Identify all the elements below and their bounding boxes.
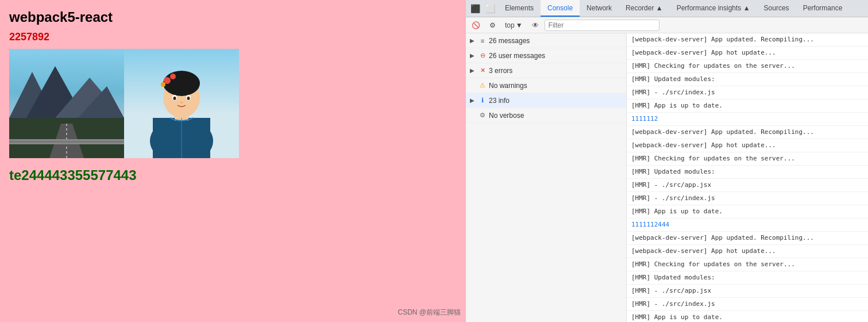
msg-label: No warnings [489, 82, 527, 90]
devtools-panel: ⬛ ⬜ Elements Console Network Recorder ▲ … [465, 0, 868, 322]
log-line: [webpack-dev-server] App hot update... [627, 47, 868, 60]
expand-arrow: ▶ [468, 37, 476, 45]
info-icon: ℹ [479, 97, 487, 105]
msg-item-errors[interactable]: ▶ ✕ 3 errors [466, 63, 626, 78]
log-line: [webpack-dev-server] App updated. Recomp… [627, 232, 868, 245]
dropdown-arrow: ▼ [516, 21, 523, 29]
log-line-link[interactable]: 1111112444 [627, 218, 868, 232]
clear-button[interactable]: 🚫 [468, 19, 484, 32]
error-icon: ✕ [479, 67, 487, 75]
watermark: CSDN @前端三脚猫 [398, 308, 461, 317]
msg-label: 26 user messages [489, 52, 545, 60]
msg-item-user-messages[interactable]: ▶ ⊖ 26 user messages [466, 48, 626, 63]
devtools-toolbar2: 🚫 ⚙ top ▼ 👁 [466, 17, 868, 33]
verbose-icon: ⚙ [479, 112, 487, 120]
msg-label: 23 info [489, 97, 510, 105]
tab-recorder[interactable]: Recorder ▲ [619, 0, 670, 17]
log-panel: [webpack-dev-server] App updated. Recomp… [627, 33, 868, 322]
log-line: [HMR] Updated modules: [627, 166, 868, 179]
warning-icon: ⚠ [479, 82, 487, 90]
log-line: [HMR] - ./src/app.jsx [627, 285, 868, 298]
svg-point-16 [161, 82, 165, 87]
number-green: te244443355577443 [9, 167, 456, 183]
log-line: [webpack-dev-server] App hot update... [627, 245, 868, 258]
log-line: [HMR] App is up to date. [627, 205, 868, 218]
mountain-image [9, 49, 124, 158]
svg-point-21 [180, 102, 183, 103]
message-sidebar: ▶ ≡ 26 messages ▶ ⊖ 26 user messages ▶ ✕… [466, 33, 627, 322]
tab-sources[interactable]: Sources [757, 0, 796, 17]
expand-arrow: ▶ [468, 97, 476, 105]
inspect-icon[interactable]: ⬜ [483, 2, 497, 16]
person-image [124, 49, 239, 158]
list-icon: ≡ [479, 37, 487, 45]
tab-network[interactable]: Network [580, 0, 619, 17]
devtools-main: ▶ ≡ 26 messages ▶ ⊖ 26 user messages ▶ ✕… [466, 33, 868, 322]
settings-button[interactable]: ⚙ [486, 19, 499, 32]
tab-performance-insights[interactable]: Performance insights ▲ [670, 0, 757, 17]
filter-input[interactable] [545, 20, 659, 31]
svg-point-15 [170, 74, 176, 79]
svg-point-19 [173, 97, 176, 100]
msg-label: 3 errors [489, 67, 512, 75]
eye-button[interactable]: 👁 [528, 19, 542, 32]
log-line: [webpack-dev-server] App hot update... [627, 139, 868, 152]
number-red: 2257892 [9, 31, 456, 43]
expand-arrow: ▶ [468, 52, 476, 60]
images-container [9, 49, 456, 158]
log-line: [HMR] App is up to date. [627, 311, 868, 322]
log-line: [HMR] - ./src/index.js [627, 86, 868, 99]
log-line: [HMR] App is up to date. [627, 99, 868, 113]
log-line: [webpack-dev-server] App updated. Recomp… [627, 33, 868, 47]
msg-label: No verbose [489, 112, 524, 120]
log-line: [HMR] - ./src/index.js [627, 192, 868, 205]
log-line: [HMR] Checking for updates on the server… [627, 152, 868, 166]
msg-item-verbose[interactable]: ⚙ No verbose [466, 108, 626, 123]
msg-item-warnings[interactable]: ⚠ No warnings [466, 78, 626, 93]
tab-performance[interactable]: Performance [796, 0, 850, 17]
log-line: [HMR] - ./src/app.jsx [627, 179, 868, 192]
devtools-topbar: ⬛ ⬜ Elements Console Network Recorder ▲ … [466, 0, 868, 17]
tab-console[interactable]: Console [541, 0, 580, 17]
msg-label: 26 messages [489, 37, 530, 45]
page-title: webpack5-react [9, 9, 456, 25]
msg-item-info[interactable]: ▶ ℹ 23 info [466, 93, 626, 108]
log-line-link[interactable]: 1111112 [627, 113, 868, 126]
msg-item-all-messages[interactable]: ▶ ≡ 26 messages [466, 33, 626, 48]
expand-arrow: ▶ [468, 67, 476, 75]
dock-icon[interactable]: ⬛ [468, 2, 482, 16]
log-line: [HMR] Checking for updates on the server… [627, 258, 868, 271]
log-line: [HMR] Updated modules: [627, 73, 868, 86]
log-line: [HMR] Updated modules: [627, 271, 868, 285]
log-line: [webpack-dev-server] App updated. Recomp… [627, 126, 868, 139]
context-selector[interactable]: top ▼ [501, 19, 526, 32]
svg-point-20 [187, 97, 190, 100]
tab-elements[interactable]: Elements [498, 0, 541, 17]
user-icon: ⊖ [479, 52, 487, 60]
log-line: [HMR] - ./src/index.js [627, 298, 868, 311]
log-line: [HMR] Checking for updates on the server… [627, 60, 868, 73]
webpage-panel: webpack5-react 2257892 [0, 0, 465, 322]
